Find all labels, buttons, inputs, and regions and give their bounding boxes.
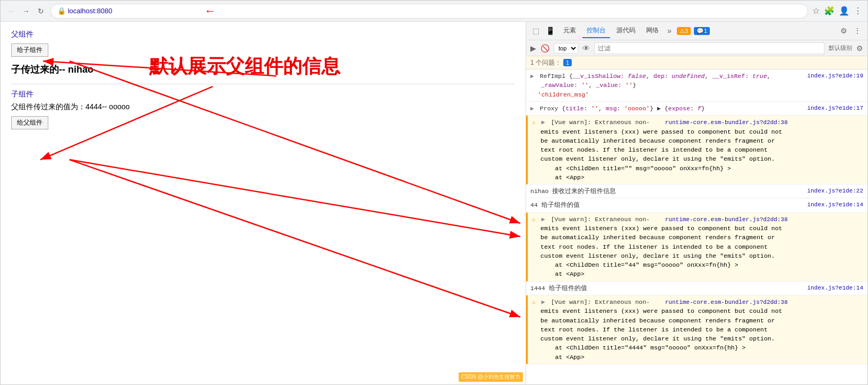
devtools-bar2: ▶ 🚫 top 👁 默认级别 ⚙ [526, 40, 867, 56]
address-bar[interactable]: 🔒 localhost:8080 [50, 4, 808, 19]
customize-icon[interactable]: ⋮ [852, 24, 863, 37]
settings-icon[interactable]: ⚙ [838, 24, 849, 37]
filter-input[interactable] [594, 42, 824, 54]
entry-link-7[interactable]: index.js?e1de:14 [807, 284, 863, 293]
svg-line-4 [70, 160, 520, 237]
entry-text-8: ⚠ ▶ [Vue warn]: Extraneous non- runtime-… [532, 298, 863, 307]
entry-link-1[interactable]: index.js?e1de:19 [807, 72, 863, 81]
entry-text-6: ⚠ ▶ [Vue warn]: Extraneous non- runtime-… [532, 215, 863, 224]
annotation-text: 默认展示父组件的信息 [149, 54, 340, 80]
csdn-watermark: CSDN @小刘先生很努力 [459, 372, 523, 382]
child-label: 子组件 [11, 90, 515, 99]
refresh-button[interactable]: ↻ [36, 6, 46, 16]
browser-toolbar: ← → ↻ 🔒 localhost:8080 ☆ 🧩 👤 ⋮ [1, 1, 867, 22]
entry-text-4: nihao 接收过来的子组件信息 [530, 187, 803, 196]
console-entry-7: 1444 给子组件的值 index.js?e1de:14 [526, 282, 867, 295]
console-entry-5: 44 给子组件的值 index.js?e1de:14 [526, 198, 867, 212]
eye-icon[interactable]: 👁 [582, 44, 590, 52]
tab-network[interactable]: 网络 [642, 24, 663, 38]
console-entry-3: ⚠ ▶ [Vue warn]: Extraneous non- runtime-… [526, 116, 867, 185]
browser-window: ← → ↻ 🔒 localhost:8080 ☆ 🧩 👤 ⋮ 父组件 给子组件 … [0, 0, 868, 385]
tab-sources[interactable]: 源代码 [612, 24, 640, 38]
entry-link-2[interactable]: index.js?e1de:17 [807, 104, 863, 113]
console-entry-4: nihao 接收过来的子组件信息 index.js?e1de:22 [526, 185, 867, 198]
tab-console[interactable]: 控制台 [582, 24, 610, 38]
warn-link-1[interactable]: runtime-core.esm-bundler.js?d2dd:38 [665, 119, 788, 126]
forward-button[interactable]: → [21, 6, 31, 16]
url-text: localhost:8080 [68, 7, 113, 15]
clear-icon[interactable]: 🚫 [540, 44, 549, 52]
default-level-label: 默认级别 [829, 44, 852, 52]
back-button[interactable]: ← [6, 6, 16, 16]
devtools-topbar: ⬚ 📱 元素 控制台 源代码 网络 » ⚠3 💬1 ⚙ ⋮ [526, 22, 867, 40]
issues-count: 1 [563, 59, 572, 66]
console-content[interactable]: ▶ RefImpl {__v_isShallow: false, dep: un… [526, 69, 867, 384]
warn-body-2: emits event listeners (xxx) were passed … [540, 224, 863, 279]
gear-icon[interactable]: ⚙ [856, 44, 863, 52]
console-entry-8: ⚠ ▶ [Vue warn]: Extraneous non- runtime-… [526, 295, 867, 364]
menu-icon[interactable]: ⋮ [854, 6, 862, 16]
context-select[interactable]: top [554, 43, 578, 54]
issues-bar: 1 个问题： 1 [526, 56, 867, 69]
parent-label: 父组件 [11, 30, 515, 39]
issues-text: 1 个问题： [530, 58, 561, 67]
warn-body-3: emits event listeners (xxx) were passed … [540, 307, 863, 362]
lock-icon: 🔒 [57, 7, 66, 15]
entry-text-1: ▶ RefImpl {__v_isShallow: false, dep: un… [530, 72, 803, 99]
entry-text-5: 44 给子组件的值 [530, 200, 803, 209]
entry-link-5[interactable]: index.js?e1de:14 [807, 200, 863, 209]
devtools-panel: ⬚ 📱 元素 控制台 源代码 网络 » ⚠3 💬1 ⚙ ⋮ ▶ 🚫 top [526, 22, 867, 384]
entry-text-7: 1444 给子组件的值 [530, 284, 803, 293]
svg-line-3 [70, 61, 520, 223]
toolbar-right: ☆ 🧩 👤 ⋮ [812, 6, 862, 16]
give-child-button[interactable]: 给子组件 [11, 43, 48, 57]
entry-text-3: ⚠ ▶ [Vue warn]: Extraneous non- runtime-… [532, 118, 863, 127]
parent-passed-text: 父组件传过来的值为：4444-- ooooo [11, 102, 515, 112]
main-area: 父组件 给子组件 子传过来的-- nihao 子组件 父组件传过来的值为：444… [1, 22, 867, 384]
inspect-icon[interactable]: ⬚ [530, 24, 542, 37]
device-icon[interactable]: 📱 [544, 24, 557, 37]
divider [11, 84, 515, 84]
more-tabs-icon[interactable]: » [665, 24, 674, 37]
warn-body-1: emits event listeners (xxx) were passed … [540, 127, 863, 182]
page-content: 父组件 给子组件 子传过来的-- nihao 子组件 父组件传过来的值为：444… [1, 22, 526, 384]
console-entry-1: ▶ RefImpl {__v_isShallow: false, dep: un… [526, 69, 867, 102]
entry-link-4[interactable]: index.js?e1de:22 [807, 187, 863, 196]
console-entry-6: ⚠ ▶ [Vue warn]: Extraneous non- runtime-… [526, 213, 867, 282]
entry-text-2: ▶ Proxy {title: '', msg: 'ooooo'} ▶ {exp… [530, 104, 803, 113]
profile-icon[interactable]: 👤 [839, 6, 849, 16]
extension-icon[interactable]: 🧩 [824, 6, 835, 16]
warn-link-3[interactable]: runtime-core.esm-bundler.js?d2dd:38 [665, 299, 788, 305]
messages-badge: 💬1 [694, 27, 710, 35]
console-entry-2: ▶ Proxy {title: '', msg: 'ooooo'} ▶ {exp… [526, 102, 867, 116]
warnings-badge: ⚠3 [677, 27, 691, 35]
execute-icon[interactable]: ▶ [530, 44, 536, 52]
svg-line-5 [70, 160, 520, 317]
bookmark-icon[interactable]: ☆ [812, 6, 820, 16]
tab-elements[interactable]: 元素 [559, 24, 580, 38]
give-parent-button[interactable]: 给父组件 [11, 116, 48, 129]
warn-link-2[interactable]: runtime-core.esm-bundler.js?d2dd:38 [665, 216, 788, 223]
